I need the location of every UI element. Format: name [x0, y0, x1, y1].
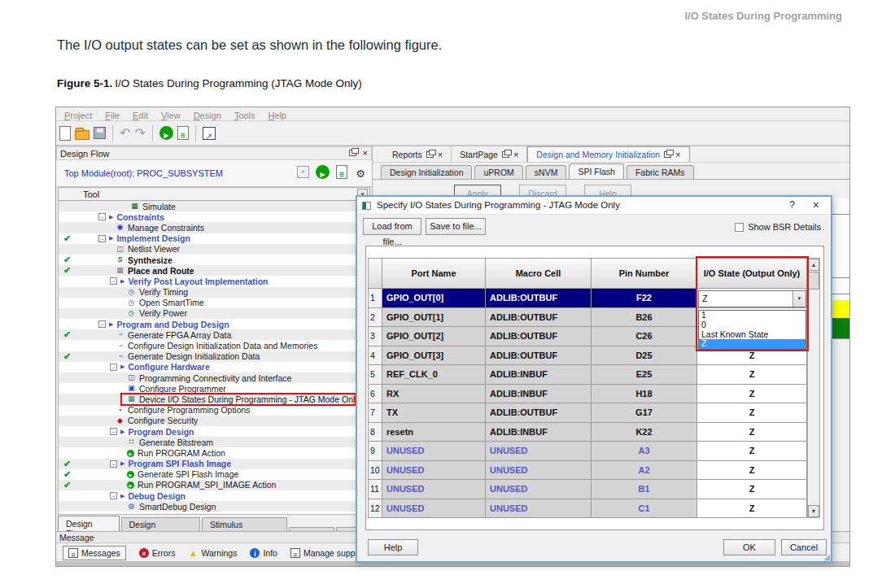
help-button[interactable]: Help [368, 539, 418, 555]
port-name-cell[interactable]: RX [382, 385, 486, 404]
tree-item[interactable]: Implement Design [59, 233, 369, 244]
pin-number-cell[interactable]: C26 [592, 327, 697, 346]
message-filter-button[interactable]: Messages [63, 546, 126, 560]
io-state-cell[interactable]: Z [697, 499, 807, 519]
dropdown-option[interactable]: 1 [699, 311, 806, 320]
collapse-box-icon[interactable] [110, 460, 117, 468]
macro-cell-cell[interactable]: ADLIB:INBUF [486, 385, 592, 404]
pin-number-cell[interactable]: H18 [592, 385, 697, 404]
tree-item[interactable]: Generate Bitstream [59, 437, 369, 447]
tree-item[interactable]: Run PROGRAM_SPI_IMAGE Action [59, 480, 369, 490]
tree-item[interactable]: Generate SPI Flash Image [59, 469, 369, 480]
tree-item[interactable]: Verify Post Layout Implementation [59, 276, 369, 286]
menu-item[interactable]: Project [58, 109, 98, 120]
port-name-cell[interactable]: GPIO_OUT[2] [382, 327, 486, 346]
redo-icon[interactable] [134, 125, 145, 141]
menu-item[interactable]: Design [187, 109, 228, 120]
port-name-cell[interactable]: REF_CLK_0 [382, 365, 486, 385]
port-name-cell[interactable]: UNUSED [382, 480, 486, 499]
close-tab-icon[interactable]: × [438, 150, 443, 159]
menu-item[interactable]: View [155, 109, 187, 120]
tree-item[interactable]: Simulate [59, 201, 369, 211]
flow-report-icon[interactable] [336, 165, 347, 179]
column-header[interactable]: Pin Number [592, 258, 697, 289]
macro-cell-cell[interactable]: UNUSED [486, 442, 592, 461]
scroll-down-icon[interactable]: ▼ [808, 505, 819, 517]
tree-item[interactable]: Run PROGRAM Action [59, 447, 369, 458]
macro-cell-cell[interactable]: ADLIB:OUTBUF [486, 346, 592, 366]
macro-cell-cell[interactable]: ADLIB:INBUF [486, 365, 592, 385]
menu-item[interactable]: Edit [126, 109, 155, 120]
new-project-icon[interactable] [59, 126, 71, 141]
macro-cell-cell[interactable]: ADLIB:INBUF [486, 423, 592, 442]
close-tab-icon[interactable]: × [513, 150, 518, 159]
pin-number-cell[interactable]: D25 [592, 346, 697, 366]
undo-icon[interactable] [120, 125, 130, 141]
macro-cell-cell[interactable]: ADLIB:OUTBUF [486, 327, 592, 346]
run-icon[interactable] [159, 126, 173, 140]
message-filter-button[interactable]: Warnings [188, 548, 237, 558]
macro-cell-cell[interactable]: ADLIB:OUTBUF [486, 403, 592, 423]
float-tab-icon[interactable] [502, 151, 509, 158]
tree-item[interactable]: Configure Hardware [59, 362, 369, 372]
table-row[interactable]: 8 resetn ADLIB:INBUF K22 Z [368, 423, 807, 442]
pin-number-cell[interactable]: F22 [592, 289, 697, 308]
collapse-all-icon[interactable]: ▫ [297, 166, 309, 178]
dropdown-option[interactable]: 0 [699, 320, 806, 330]
pin-number-cell[interactable]: A2 [592, 461, 697, 481]
pin-number-cell[interactable]: B1 [592, 480, 697, 499]
dialog-close-icon[interactable]: × [813, 198, 819, 211]
collapse-box-icon[interactable] [98, 320, 106, 328]
table-row[interactable]: 7 TX ADLIB:OUTBUF G17 Z [368, 403, 807, 423]
scroll-up-icon[interactable]: ▲ [808, 259, 819, 271]
open-project-icon[interactable] [75, 130, 90, 140]
tree-item[interactable]: Netlist Viewer [59, 244, 369, 255]
macro-cell-cell[interactable]: ADLIB:OUTBUF [486, 308, 592, 328]
message-filter-button[interactable]: Info [250, 548, 277, 558]
save-icon[interactable] [94, 127, 106, 139]
collapse-box-icon[interactable] [110, 492, 117, 499]
tree-item[interactable]: Verify Timing [59, 287, 369, 298]
run-flow-icon[interactable] [316, 165, 330, 179]
tree-item[interactable]: Place and Route [59, 265, 369, 276]
ok-button[interactable]: OK [723, 539, 775, 555]
tree-item[interactable]: Program Design [59, 426, 369, 437]
port-name-cell[interactable]: GPIO_OUT[3] [382, 346, 486, 366]
pin-number-cell[interactable]: G17 [592, 403, 697, 423]
table-row[interactable]: 5 REF_CLK_0 ADLIB:INBUF E25 Z [368, 365, 807, 385]
tree-item[interactable]: Programming Connectivity and Interface [59, 372, 369, 383]
message-filter-button[interactable]: Errors [139, 548, 176, 558]
bsr-checkbox[interactable] [735, 223, 744, 232]
pin-number-cell[interactable]: K22 [592, 423, 697, 442]
macro-cell-cell[interactable]: UNUSED [486, 480, 592, 499]
flow-settings-icon[interactable] [354, 166, 367, 179]
tree-item[interactable]: Generate Design Initialization Data [59, 351, 369, 362]
io-state-cell[interactable]: Z [697, 461, 807, 481]
macro-cell-cell[interactable]: UNUSED [486, 461, 592, 481]
float-tab-icon[interactable] [664, 151, 671, 158]
column-header[interactable]: Macro Cell [486, 258, 592, 289]
cancel-button[interactable]: Cancel [781, 539, 827, 555]
pin-number-cell[interactable]: E25 [592, 365, 697, 385]
sub-tab[interactable]: Fabric RAMs [626, 165, 694, 179]
io-state-cell[interactable]: Z [697, 365, 807, 385]
io-state-cell[interactable]: Z [697, 385, 807, 404]
table-row[interactable]: 12 UNUSED UNUSED C1 Z [368, 499, 807, 519]
float-panel-icon[interactable] [349, 150, 356, 156]
menu-item[interactable]: File [98, 109, 126, 120]
tree-item[interactable]: SmartDebug Design [59, 501, 369, 512]
tree-item[interactable]: Debug Design [59, 490, 369, 501]
save-to-file-button[interactable]: Save to file... [426, 218, 486, 235]
dialog-title-bar[interactable]: Specify I/O States During Programming - … [357, 197, 831, 215]
table-row[interactable]: 6 RX ADLIB:INBUF H18 Z [368, 385, 807, 404]
tree-item[interactable]: Configure Programming Options [59, 405, 369, 416]
close-panel-icon[interactable]: × [363, 149, 368, 157]
port-name-cell[interactable]: UNUSED [382, 499, 486, 519]
table-row[interactable]: 9 UNUSED UNUSED A3 Z [368, 442, 807, 461]
close-tab-icon[interactable]: × [675, 150, 680, 159]
io-state-cell[interactable]: Z [697, 442, 807, 461]
combobox-arrow-icon[interactable] [792, 291, 806, 307]
io-state-cell[interactable]: Z [697, 480, 807, 499]
document-tab[interactable]: Design and Memory Initialization × [527, 146, 689, 162]
io-state-cell[interactable]: Z [697, 403, 807, 423]
